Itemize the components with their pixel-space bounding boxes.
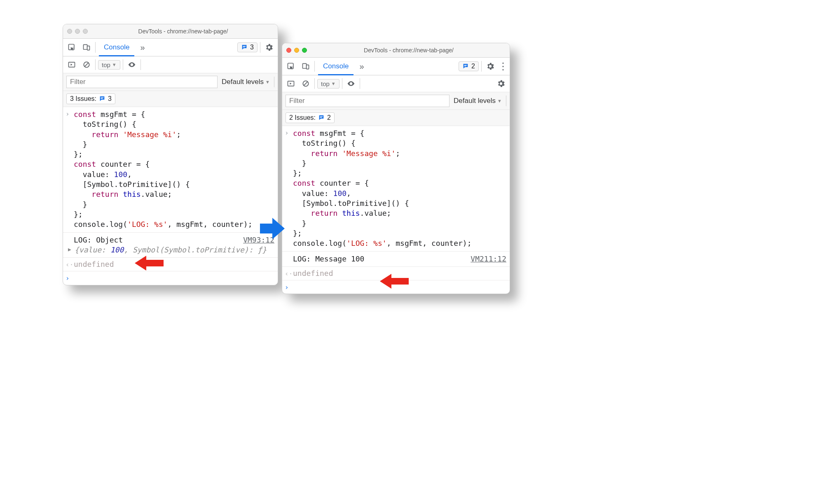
- settings-gear-icon[interactable]: [263, 41, 275, 54]
- more-tabs-icon[interactable]: »: [138, 43, 147, 52]
- issues-badge[interactable]: 2 Issues: 2: [286, 112, 335, 123]
- dropdown-triangle-icon: ▼: [265, 79, 270, 84]
- svg-rect-14: [464, 65, 467, 65]
- console-toolbar: top ▼: [282, 75, 510, 92]
- prompt-chevron-icon: ›: [285, 283, 289, 292]
- device-mode-icon[interactable]: [80, 41, 93, 54]
- traffic-lights[interactable]: [67, 29, 88, 34]
- svg-rect-4: [243, 47, 245, 47]
- svg-rect-10: [101, 98, 103, 99]
- log-levels-selector[interactable]: Default levels ▼: [222, 78, 270, 86]
- inspect-icon[interactable]: [66, 41, 78, 54]
- undefined-value: undefined: [74, 260, 114, 268]
- device-mode-icon[interactable]: [300, 60, 312, 72]
- titlebar: DevTools - chrome://new-tab-page/: [63, 24, 278, 39]
- filter-bar: Default levels ▼: [282, 92, 510, 110]
- prompt-chevron-icon: ›: [285, 128, 289, 138]
- svg-line-18: [304, 82, 307, 85]
- traffic-lights[interactable]: [286, 48, 307, 53]
- toggle-sidebar-icon[interactable]: [66, 58, 78, 71]
- kebab-menu-icon[interactable]: ⋮: [499, 60, 507, 72]
- console-settings-gear-icon[interactable]: [495, 77, 507, 90]
- tab-console[interactable]: Console: [98, 39, 135, 56]
- undefined-value: undefined: [293, 269, 333, 278]
- minimize-dot-icon[interactable]: [75, 29, 80, 34]
- object-preview[interactable]: {value: 100, Symbol(Symbol.toPrimitive):…: [75, 245, 267, 254]
- svg-rect-9: [101, 98, 104, 98]
- console-input-row[interactable]: › const msgFmt = { toString() { return '…: [63, 107, 278, 233]
- tabs-issues-pill[interactable]: 3: [237, 42, 258, 52]
- entered-code: const msgFmt = { toString() { return 'Me…: [293, 128, 506, 249]
- result-arrow-icon: ‹·: [66, 260, 73, 269]
- maximize-dot-icon[interactable]: [83, 29, 88, 34]
- svg-line-7: [84, 63, 88, 66]
- toggle-sidebar-icon[interactable]: [285, 77, 297, 90]
- log-output-text: LOG: Message 100: [293, 254, 364, 264]
- tabs-toolbar: Console » 2 ⋮: [282, 58, 510, 75]
- console-input-row[interactable]: › const msgFmt = { toString() { return '…: [282, 126, 510, 252]
- transition-arrow-icon: [260, 217, 285, 240]
- svg-rect-21: [320, 117, 322, 118]
- console-toolbar: top ▼: [63, 56, 278, 73]
- highlight-arrow-icon: [135, 255, 164, 271]
- issue-bubble-icon: [318, 114, 325, 121]
- filter-input[interactable]: [66, 76, 218, 88]
- issue-bubble-icon: [99, 96, 105, 102]
- svg-rect-13: [307, 65, 309, 69]
- console-body: › const msgFmt = { toString() { return '…: [282, 126, 510, 294]
- svg-rect-12: [303, 63, 307, 68]
- log-output-text: LOG: Object: [74, 235, 123, 245]
- maximize-dot-icon[interactable]: [302, 48, 307, 53]
- dropdown-triangle-icon: ▼: [497, 98, 502, 103]
- window-title: DevTools - chrome://new-tab-page/: [93, 28, 274, 35]
- dropdown-triangle-icon: ▼: [112, 62, 117, 67]
- highlight-arrow-icon: [380, 273, 409, 289]
- result-arrow-icon: ‹·: [285, 269, 293, 278]
- issues-row: 2 Issues: 2: [282, 110, 510, 126]
- minimize-dot-icon[interactable]: [294, 48, 299, 53]
- entered-code: const msgFmt = { toString() { return 'Me…: [74, 110, 274, 230]
- clear-console-icon[interactable]: [80, 58, 93, 71]
- source-link[interactable]: VM211:12: [471, 254, 506, 264]
- tabs-toolbar: Console » 3: [63, 39, 278, 56]
- expand-triangle-icon[interactable]: ▶: [68, 246, 71, 253]
- context-selector[interactable]: top ▼: [98, 60, 120, 70]
- filter-bar: Default levels ▼: [63, 73, 278, 91]
- clear-console-icon[interactable]: [300, 77, 312, 90]
- more-tabs-icon[interactable]: »: [357, 62, 366, 71]
- svg-rect-1: [84, 44, 87, 49]
- live-expression-eye-icon[interactable]: [345, 77, 357, 90]
- tabs-issues-pill[interactable]: 2: [459, 61, 479, 71]
- close-dot-icon[interactable]: [67, 29, 72, 34]
- console-prompt-row[interactable]: ›: [63, 271, 278, 285]
- dropdown-triangle-icon: ▼: [331, 81, 336, 86]
- context-selector[interactable]: top ▼: [317, 79, 339, 89]
- log-levels-selector[interactable]: Default levels ▼: [454, 97, 502, 105]
- console-result-row: ‹· undefined: [63, 258, 278, 271]
- console-output-row: LOG: Message 100 VM211:12: [282, 252, 510, 267]
- svg-rect-2: [87, 46, 90, 50]
- prompt-chevron-icon: ›: [66, 110, 70, 119]
- issues-row: 3 Issues: 3: [63, 91, 278, 107]
- inspect-icon[interactable]: [285, 60, 297, 72]
- devtools-window-before: DevTools - chrome://new-tab-page/ Consol…: [63, 24, 278, 285]
- live-expression-eye-icon[interactable]: [126, 58, 138, 71]
- svg-point-19: [350, 83, 351, 84]
- issue-bubble-icon: [241, 44, 248, 51]
- close-dot-icon[interactable]: [286, 48, 291, 53]
- titlebar: DevTools - chrome://new-tab-page/: [282, 43, 510, 58]
- svg-rect-20: [320, 117, 323, 117]
- svg-rect-15: [464, 66, 466, 66]
- filter-input[interactable]: [286, 95, 449, 107]
- issue-bubble-icon: [462, 63, 469, 70]
- svg-rect-3: [243, 46, 246, 47]
- window-title: DevTools - chrome://new-tab-page/: [312, 47, 506, 54]
- issues-badge[interactable]: 3 Issues: 3: [66, 93, 115, 104]
- settings-gear-icon[interactable]: [484, 60, 496, 72]
- prompt-chevron-icon: ›: [66, 274, 70, 283]
- svg-point-8: [131, 64, 132, 65]
- devtools-window-after: DevTools - chrome://new-tab-page/ Consol…: [282, 43, 510, 294]
- tab-console[interactable]: Console: [317, 58, 354, 75]
- console-body: › const msgFmt = { toString() { return '…: [63, 107, 278, 285]
- console-output-row: LOG: Object VM93:12 ▶ {value: 100, Symbo…: [63, 233, 278, 258]
